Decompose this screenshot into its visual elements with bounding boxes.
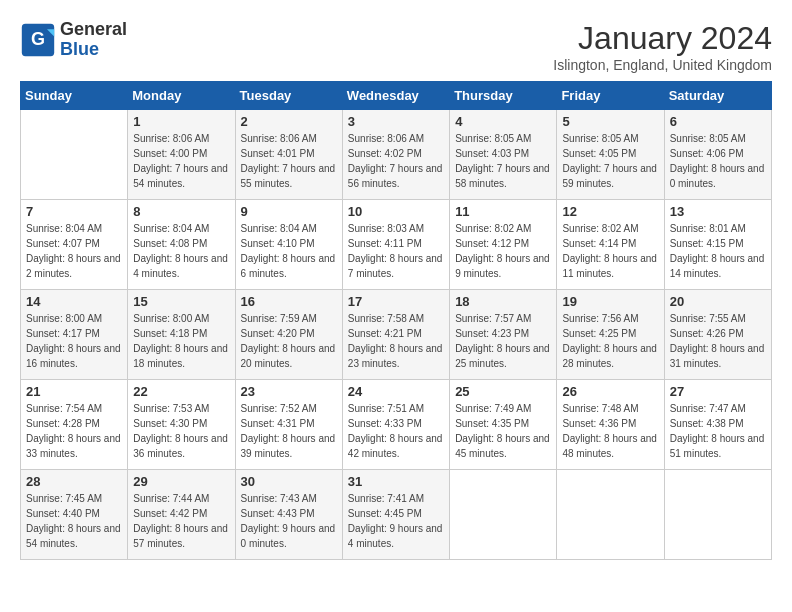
day-info: Sunrise: 8:05 AMSunset: 4:06 PMDaylight:… bbox=[670, 133, 765, 189]
calendar-cell: 15 Sunrise: 8:00 AMSunset: 4:18 PMDaylig… bbox=[128, 290, 235, 380]
day-number: 5 bbox=[562, 114, 658, 129]
month-title: January 2024 bbox=[553, 20, 772, 57]
calendar-week-5: 28 Sunrise: 7:45 AMSunset: 4:40 PMDaylig… bbox=[21, 470, 772, 560]
day-info: Sunrise: 8:00 AMSunset: 4:18 PMDaylight:… bbox=[133, 313, 228, 369]
day-info: Sunrise: 8:06 AMSunset: 4:02 PMDaylight:… bbox=[348, 133, 443, 189]
calendar-cell: 13 Sunrise: 8:01 AMSunset: 4:15 PMDaylig… bbox=[664, 200, 771, 290]
day-number: 8 bbox=[133, 204, 229, 219]
day-info: Sunrise: 8:00 AMSunset: 4:17 PMDaylight:… bbox=[26, 313, 121, 369]
calendar-cell: 9 Sunrise: 8:04 AMSunset: 4:10 PMDayligh… bbox=[235, 200, 342, 290]
header-sunday: Sunday bbox=[21, 82, 128, 110]
title-area: January 2024 Islington, England, United … bbox=[553, 20, 772, 73]
calendar-cell: 28 Sunrise: 7:45 AMSunset: 4:40 PMDaylig… bbox=[21, 470, 128, 560]
day-number: 15 bbox=[133, 294, 229, 309]
header-thursday: Thursday bbox=[450, 82, 557, 110]
calendar-header: Sunday Monday Tuesday Wednesday Thursday… bbox=[21, 82, 772, 110]
calendar-cell: 21 Sunrise: 7:54 AMSunset: 4:28 PMDaylig… bbox=[21, 380, 128, 470]
day-number: 28 bbox=[26, 474, 122, 489]
day-number: 25 bbox=[455, 384, 551, 399]
day-info: Sunrise: 7:44 AMSunset: 4:42 PMDaylight:… bbox=[133, 493, 228, 549]
calendar-cell: 22 Sunrise: 7:53 AMSunset: 4:30 PMDaylig… bbox=[128, 380, 235, 470]
day-info: Sunrise: 7:56 AMSunset: 4:25 PMDaylight:… bbox=[562, 313, 657, 369]
calendar-body: 1 Sunrise: 8:06 AMSunset: 4:00 PMDayligh… bbox=[21, 110, 772, 560]
calendar-cell: 16 Sunrise: 7:59 AMSunset: 4:20 PMDaylig… bbox=[235, 290, 342, 380]
calendar-cell: 17 Sunrise: 7:58 AMSunset: 4:21 PMDaylig… bbox=[342, 290, 449, 380]
calendar-cell: 24 Sunrise: 7:51 AMSunset: 4:33 PMDaylig… bbox=[342, 380, 449, 470]
calendar-cell: 1 Sunrise: 8:06 AMSunset: 4:00 PMDayligh… bbox=[128, 110, 235, 200]
day-number: 19 bbox=[562, 294, 658, 309]
day-info: Sunrise: 7:45 AMSunset: 4:40 PMDaylight:… bbox=[26, 493, 121, 549]
day-number: 3 bbox=[348, 114, 444, 129]
day-info: Sunrise: 7:52 AMSunset: 4:31 PMDaylight:… bbox=[241, 403, 336, 459]
day-info: Sunrise: 7:54 AMSunset: 4:28 PMDaylight:… bbox=[26, 403, 121, 459]
day-info: Sunrise: 8:04 AMSunset: 4:07 PMDaylight:… bbox=[26, 223, 121, 279]
day-info: Sunrise: 8:04 AMSunset: 4:10 PMDaylight:… bbox=[241, 223, 336, 279]
header-tuesday: Tuesday bbox=[235, 82, 342, 110]
day-number: 11 bbox=[455, 204, 551, 219]
day-number: 13 bbox=[670, 204, 766, 219]
day-number: 26 bbox=[562, 384, 658, 399]
day-info: Sunrise: 7:55 AMSunset: 4:26 PMDaylight:… bbox=[670, 313, 765, 369]
calendar-cell: 5 Sunrise: 8:05 AMSunset: 4:05 PMDayligh… bbox=[557, 110, 664, 200]
calendar-cell: 4 Sunrise: 8:05 AMSunset: 4:03 PMDayligh… bbox=[450, 110, 557, 200]
day-info: Sunrise: 7:59 AMSunset: 4:20 PMDaylight:… bbox=[241, 313, 336, 369]
logo-text: General Blue bbox=[60, 20, 127, 60]
day-info: Sunrise: 7:43 AMSunset: 4:43 PMDaylight:… bbox=[241, 493, 336, 549]
calendar-cell: 8 Sunrise: 8:04 AMSunset: 4:08 PMDayligh… bbox=[128, 200, 235, 290]
page-container: G General Blue January 2024 Islington, E… bbox=[20, 20, 772, 560]
day-number: 29 bbox=[133, 474, 229, 489]
calendar-cell: 7 Sunrise: 8:04 AMSunset: 4:07 PMDayligh… bbox=[21, 200, 128, 290]
calendar-cell: 14 Sunrise: 8:00 AMSunset: 4:17 PMDaylig… bbox=[21, 290, 128, 380]
calendar-week-2: 7 Sunrise: 8:04 AMSunset: 4:07 PMDayligh… bbox=[21, 200, 772, 290]
day-number: 1 bbox=[133, 114, 229, 129]
day-number: 12 bbox=[562, 204, 658, 219]
day-info: Sunrise: 7:53 AMSunset: 4:30 PMDaylight:… bbox=[133, 403, 228, 459]
calendar-cell: 30 Sunrise: 7:43 AMSunset: 4:43 PMDaylig… bbox=[235, 470, 342, 560]
svg-text:G: G bbox=[31, 29, 45, 49]
calendar-cell: 3 Sunrise: 8:06 AMSunset: 4:02 PMDayligh… bbox=[342, 110, 449, 200]
day-number: 7 bbox=[26, 204, 122, 219]
calendar-cell bbox=[21, 110, 128, 200]
day-info: Sunrise: 8:04 AMSunset: 4:08 PMDaylight:… bbox=[133, 223, 228, 279]
day-number: 6 bbox=[670, 114, 766, 129]
day-info: Sunrise: 8:01 AMSunset: 4:15 PMDaylight:… bbox=[670, 223, 765, 279]
logo-icon: G bbox=[20, 22, 56, 58]
calendar-cell: 29 Sunrise: 7:44 AMSunset: 4:42 PMDaylig… bbox=[128, 470, 235, 560]
calendar-cell: 12 Sunrise: 8:02 AMSunset: 4:14 PMDaylig… bbox=[557, 200, 664, 290]
header-saturday: Saturday bbox=[664, 82, 771, 110]
day-number: 2 bbox=[241, 114, 337, 129]
day-number: 10 bbox=[348, 204, 444, 219]
calendar-cell: 31 Sunrise: 7:41 AMSunset: 4:45 PMDaylig… bbox=[342, 470, 449, 560]
day-number: 21 bbox=[26, 384, 122, 399]
day-info: Sunrise: 8:05 AMSunset: 4:03 PMDaylight:… bbox=[455, 133, 550, 189]
calendar-cell bbox=[664, 470, 771, 560]
calendar-cell bbox=[450, 470, 557, 560]
calendar-cell: 19 Sunrise: 7:56 AMSunset: 4:25 PMDaylig… bbox=[557, 290, 664, 380]
calendar-cell: 27 Sunrise: 7:47 AMSunset: 4:38 PMDaylig… bbox=[664, 380, 771, 470]
day-number: 20 bbox=[670, 294, 766, 309]
day-number: 22 bbox=[133, 384, 229, 399]
calendar-cell: 26 Sunrise: 7:48 AMSunset: 4:36 PMDaylig… bbox=[557, 380, 664, 470]
calendar-week-4: 21 Sunrise: 7:54 AMSunset: 4:28 PMDaylig… bbox=[21, 380, 772, 470]
day-info: Sunrise: 7:49 AMSunset: 4:35 PMDaylight:… bbox=[455, 403, 550, 459]
day-number: 31 bbox=[348, 474, 444, 489]
header-wednesday: Wednesday bbox=[342, 82, 449, 110]
location-title: Islington, England, United Kingdom bbox=[553, 57, 772, 73]
day-number: 4 bbox=[455, 114, 551, 129]
day-info: Sunrise: 8:02 AMSunset: 4:12 PMDaylight:… bbox=[455, 223, 550, 279]
calendar-cell bbox=[557, 470, 664, 560]
day-info: Sunrise: 8:03 AMSunset: 4:11 PMDaylight:… bbox=[348, 223, 443, 279]
header: G General Blue January 2024 Islington, E… bbox=[20, 20, 772, 73]
calendar-cell: 25 Sunrise: 7:49 AMSunset: 4:35 PMDaylig… bbox=[450, 380, 557, 470]
day-number: 27 bbox=[670, 384, 766, 399]
day-number: 30 bbox=[241, 474, 337, 489]
day-number: 16 bbox=[241, 294, 337, 309]
calendar-week-1: 1 Sunrise: 8:06 AMSunset: 4:00 PMDayligh… bbox=[21, 110, 772, 200]
calendar-cell: 10 Sunrise: 8:03 AMSunset: 4:11 PMDaylig… bbox=[342, 200, 449, 290]
header-row: Sunday Monday Tuesday Wednesday Thursday… bbox=[21, 82, 772, 110]
day-info: Sunrise: 8:06 AMSunset: 4:00 PMDaylight:… bbox=[133, 133, 228, 189]
calendar-cell: 23 Sunrise: 7:52 AMSunset: 4:31 PMDaylig… bbox=[235, 380, 342, 470]
calendar-cell: 2 Sunrise: 8:06 AMSunset: 4:01 PMDayligh… bbox=[235, 110, 342, 200]
day-info: Sunrise: 7:47 AMSunset: 4:38 PMDaylight:… bbox=[670, 403, 765, 459]
day-info: Sunrise: 7:48 AMSunset: 4:36 PMDaylight:… bbox=[562, 403, 657, 459]
